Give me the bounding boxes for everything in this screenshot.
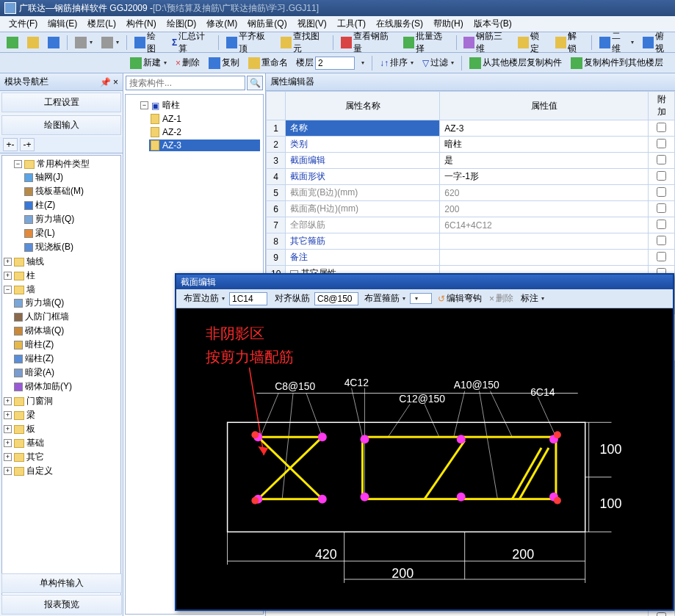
tb-save-icon[interactable] (44, 35, 63, 51)
prop-name[interactable]: 截面高(H边)(mm) (286, 201, 440, 217)
tree-group[interactable]: +柱 (4, 269, 119, 282)
section-editor-title[interactable]: 截面编辑 (176, 275, 673, 289)
prop-name[interactable]: 备注 (286, 250, 440, 266)
tree-item[interactable]: 人防门框墙 (14, 311, 119, 323)
expand-icon[interactable]: − (14, 160, 22, 168)
tree-group[interactable]: +其它 (4, 451, 119, 463)
prop-check[interactable] (649, 137, 675, 153)
tb-lock-button[interactable]: 锁定 (514, 28, 550, 57)
prop-value[interactable]: 620 (440, 185, 649, 201)
tb-unlock-button[interactable]: 解锁 (552, 28, 588, 57)
tree-expand-icon[interactable]: +- (3, 138, 18, 151)
se-hook-button[interactable]: ↺编辑弯钩 (435, 291, 485, 306)
component-item[interactable]: AZ-1 (149, 113, 260, 125)
prop-name[interactable]: 其它箍筋 (286, 233, 440, 250)
tb-open-icon[interactable] (24, 35, 43, 51)
prop-check[interactable] (649, 611, 675, 617)
prop-value[interactable]: 一字-1形 (440, 169, 649, 185)
section-drawing[interactable]: 绘图输入 (1, 115, 121, 135)
prop-value[interactable] (440, 233, 649, 250)
tb-viewrebar-button[interactable]: 查看钢筋量 (337, 28, 398, 57)
prop-check[interactable] (649, 250, 675, 266)
section-editor-window[interactable]: 截面编辑 布置边筋▾ 对齐纵筋 布置箍筋▾ ▾ ↺编辑弯钩 ×删除 标注▾ 非阴… (175, 273, 674, 611)
prop-value[interactable]: 200 (440, 201, 649, 217)
prop-check[interactable] (649, 120, 675, 137)
prop-check[interactable] (649, 233, 675, 250)
tb-2d-button[interactable]: 二维▾ (596, 28, 638, 57)
tb-batch-button[interactable]: 批量选择 (400, 28, 452, 57)
tree-group[interactable]: +板 (4, 423, 119, 435)
prop-check[interactable] (649, 201, 675, 217)
section-canvas[interactable]: 非阴影区 按剪力墙配筋 C8@150 4C12 C12@150 A10@150 … (176, 308, 673, 609)
tb-flat-button[interactable]: 平齐板顶 (223, 28, 275, 57)
menu-floor[interactable]: 楼层(L) (83, 16, 120, 32)
tb-rebar3d-button[interactable]: 钢筋三维 (460, 28, 513, 57)
tree-collapse-icon[interactable]: -+ (20, 138, 35, 151)
floor-input[interactable] (315, 57, 355, 70)
tree-item[interactable]: 轴网(J) (24, 171, 119, 184)
tree-item[interactable]: 现浇板(B) (24, 241, 119, 253)
component-type-tree[interactable]: −常用构件类型 轴网(J)筏板基础(M)柱(Z)剪力墙(Q)梁(L)现浇板(B)… (1, 155, 121, 615)
tree-group[interactable]: +基础 (4, 437, 119, 449)
tb-sort[interactable]: ↓↑排序▾ (376, 54, 417, 71)
tb-comp-delete[interactable]: ×删除 (172, 54, 203, 71)
se-edge-button[interactable]: 布置边筋▾ (179, 291, 228, 306)
tb-comp-copy[interactable]: 复制 (205, 54, 243, 71)
tree-item[interactable]: 暗柱(Z) (14, 338, 119, 351)
tb-copy-from[interactable]: 从其他楼层复制构件 (466, 54, 566, 71)
se-align-input[interactable] (314, 292, 358, 305)
section-single[interactable]: 单构件输入 (1, 573, 122, 593)
prop-value[interactable] (440, 250, 649, 266)
tb-comp-rename[interactable]: 重命名 (245, 54, 292, 71)
tree-item[interactable]: 筏板基础(M) (24, 185, 119, 198)
tree-item[interactable]: 梁(L) (24, 227, 119, 239)
tree-item[interactable]: 剪力墙(Q) (24, 213, 119, 225)
prop-check[interactable] (649, 217, 675, 233)
prop-name[interactable]: 类别 (286, 137, 440, 153)
tb-new-icon[interactable] (3, 35, 22, 51)
menu-file[interactable]: 文件(F) (4, 16, 42, 32)
tb-bird-button[interactable]: 俯视 (639, 28, 675, 57)
prop-name[interactable]: 截面宽(B边)(mm) (286, 185, 440, 201)
tb-comp-new[interactable]: 新建▾ (126, 54, 170, 71)
tree-item[interactable]: 砌体墙(Q) (14, 325, 119, 337)
tree-item[interactable]: 柱(Z) (24, 199, 119, 211)
search-button[interactable]: 🔍 (247, 76, 263, 90)
prop-value[interactable]: 6C14+4C12 (440, 217, 649, 233)
se-refresh-icon[interactable] (664, 297, 670, 300)
se-delete-button[interactable]: ×删除 (486, 291, 516, 306)
component-item[interactable]: AZ-2 (149, 126, 260, 138)
tb-undo-icon[interactable]: ▾ (71, 35, 96, 51)
section-report[interactable]: 报表预览 (1, 595, 122, 615)
tb-draw-button[interactable]: 绘图 (131, 28, 167, 57)
prop-name[interactable]: 名称 (286, 120, 440, 137)
prop-check[interactable] (649, 153, 675, 169)
tree-group[interactable]: −墙 (4, 283, 119, 296)
search-input[interactable] (126, 76, 245, 90)
tb-find-button[interactable]: 查找图元 (277, 28, 330, 57)
tree-item[interactable]: 端柱(Z) (14, 352, 119, 365)
prop-name[interactable]: 全部纵筋 (286, 217, 440, 233)
tree-item[interactable]: 剪力墙(Q) (14, 297, 119, 309)
se-stirrup-button[interactable]: 布置箍筋▾ (361, 291, 408, 306)
prop-check[interactable] (649, 185, 675, 201)
tree-group[interactable]: +轴线 (4, 256, 119, 268)
tree-group[interactable]: +自定义 (4, 465, 119, 477)
tb-redo-icon[interactable]: ▾ (98, 35, 123, 51)
tree-item[interactable]: 砌体加筋(Y) (14, 380, 119, 393)
tree-group[interactable]: +梁 (4, 409, 119, 421)
tree-item[interactable]: 暗梁(A) (14, 366, 119, 379)
tb-copy-to[interactable]: 复制构件到其他楼层 (567, 54, 667, 71)
tree-group[interactable]: +门窗洞 (4, 395, 119, 407)
se-edge-input[interactable] (229, 292, 267, 305)
prop-check[interactable] (649, 169, 675, 185)
se-annotate-button[interactable]: 标注▾ (518, 291, 547, 306)
component-item[interactable]: AZ-3 (149, 139, 260, 151)
prop-name[interactable]: 截面形状 (286, 169, 440, 185)
tb-filter[interactable]: ▽过滤▾ (419, 54, 458, 71)
se-stirrup-drop[interactable]: ▾ (410, 293, 432, 304)
prop-value[interactable]: 是 (440, 153, 649, 169)
prop-value[interactable]: AZ-3 (440, 120, 649, 137)
se-align-button[interactable]: 对齐纵筋 (270, 291, 313, 306)
tb-sum-button[interactable]: Σ汇总计算 (168, 28, 214, 57)
